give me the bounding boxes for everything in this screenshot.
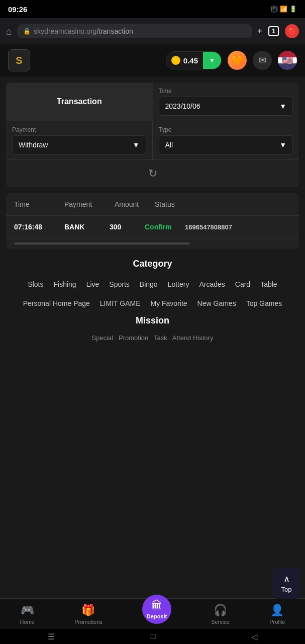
category-section: Category Slots Fishing Live Sports Bingo… <box>6 259 299 310</box>
category-bingo[interactable]: Bingo <box>140 277 158 291</box>
mission-task[interactable]: Task <box>154 334 167 342</box>
mission-history[interactable]: Attend History <box>172 334 214 342</box>
category-card[interactable]: Card <box>235 277 250 291</box>
vibrate-icon: 📳 <box>270 6 278 13</box>
transaction-label: Transaction <box>6 83 153 121</box>
category-table[interactable]: Table <box>260 277 277 291</box>
cell-amount: 300 <box>110 223 145 231</box>
app-header: S 0.45 ▼ 🧡 ✉ 🇺🇸 <box>0 44 305 76</box>
category-top[interactable]: Top Games <box>246 296 282 310</box>
flag-icon[interactable]: 🇺🇸 <box>278 51 297 70</box>
promotions-label: Promotions <box>74 619 103 625</box>
mission-title: Mission <box>6 315 299 326</box>
col-header-amount: Amount <box>115 200 155 208</box>
android-nav: ☰ □ ◁ <box>0 629 305 644</box>
logo[interactable]: S <box>8 49 30 71</box>
avatar[interactable]: 🧡 <box>228 51 247 70</box>
category-arcades[interactable]: Arcades <box>199 277 225 291</box>
category-favorite[interactable]: My Favorite <box>150 296 187 310</box>
payment-filter-col: Payment Withdraw ▼ <box>6 121 153 159</box>
status-icons: 📳 📶 🔋 <box>270 6 297 13</box>
android-home-btn[interactable]: □ <box>151 632 156 641</box>
android-back-btn[interactable]: ◁ <box>251 632 257 641</box>
col-header-status: Status <box>155 200 195 208</box>
category-title: Category <box>6 259 299 269</box>
table-header-row: Time Payment Amount Status <box>6 193 299 216</box>
category-live[interactable]: Live <box>86 277 99 291</box>
tab-count[interactable]: 1 <box>268 26 279 36</box>
balance-amount: 0.45 <box>183 56 198 65</box>
browser-menu-icon[interactable]: 🔴 <box>285 24 299 38</box>
type-dropdown[interactable]: All ▼ <box>159 135 293 154</box>
transaction-table: Time Payment Amount Status 07:16:48 BANK… <box>6 193 299 249</box>
time-field-label: Time <box>159 88 293 95</box>
main-content: Transaction Time 2023/10/06 ▼ Payment Wi… <box>0 83 305 397</box>
mail-icon[interactable]: ✉ <box>253 51 272 70</box>
android-menu-btn[interactable]: ☰ <box>48 632 55 641</box>
time-dropdown[interactable]: 2023/10/06 ▼ <box>159 97 293 116</box>
promotions-icon: 🎁 <box>81 604 95 617</box>
cell-id: 1696547808807 <box>185 223 245 231</box>
deposit-icon: 🏛 <box>151 599 162 612</box>
category-php[interactable]: Personal Home Page <box>23 296 90 310</box>
browser-bar: ⌂ 🔒 skydreamcasino.org/transaction + 1 🔴 <box>0 18 305 44</box>
browser-home-icon[interactable]: ⌂ <box>6 26 12 37</box>
home-label: Home <box>20 619 35 625</box>
mission-promotion[interactable]: Promotion <box>119 334 148 342</box>
type-dropdown-arrow: ▼ <box>279 141 286 149</box>
refresh-row[interactable]: ↻ <box>6 159 299 187</box>
browser-url-text: skydreamcasino.org/transaction <box>34 27 133 35</box>
type-label: Type <box>159 126 293 133</box>
payment-value: Withdraw <box>19 141 48 149</box>
nav-profile[interactable]: 👤 Profile <box>269 604 285 625</box>
type-filter-col: Type All ▼ <box>153 121 299 159</box>
nav-deposit[interactable]: 🏛 Deposit <box>142 595 171 624</box>
category-new[interactable]: New Games <box>197 296 236 310</box>
battery-icon: 🔋 <box>289 6 297 13</box>
balance-dropdown-arrow[interactable]: ▼ <box>203 51 221 69</box>
service-label: Service <box>211 619 230 625</box>
mission-section: Mission Special Promotion Task Attend Hi… <box>6 315 299 342</box>
nav-home[interactable]: 🎮 Home <box>20 604 35 625</box>
time-section: Time 2023/10/06 ▼ <box>153 83 299 121</box>
payment-label: Payment <box>12 126 146 133</box>
payment-dropdown[interactable]: Withdraw ▼ <box>12 135 146 154</box>
nav-promotions[interactable]: 🎁 Promotions <box>74 604 103 625</box>
status-bar: 09:26 📳 📶 🔋 <box>0 0 305 18</box>
category-links: Slots Fishing Live Sports Bingo Lottery … <box>6 277 299 310</box>
service-icon: 🎧 <box>214 604 227 617</box>
add-tab-button[interactable]: + <box>257 26 263 37</box>
nav-service[interactable]: 🎧 Service <box>211 604 230 625</box>
col-header-time: Time <box>14 200 64 208</box>
category-lottery[interactable]: Lottery <box>168 277 189 291</box>
col-header-payment: Payment <box>64 200 115 208</box>
top-arrow-icon: ∧ <box>283 574 290 585</box>
scrollbar-hint <box>14 243 190 245</box>
transaction-grid: Transaction Time 2023/10/06 ▼ <box>6 83 299 121</box>
balance-pill[interactable]: 0.45 ▼ <box>166 51 222 69</box>
header-right: 0.45 ▼ 🧡 ✉ 🇺🇸 <box>166 51 297 70</box>
table-row: 07:16:48 BANK 300 Confirm 1696547808807 <box>6 216 299 238</box>
lock-icon: 🔒 <box>23 28 31 35</box>
bottom-nav: 🎮 Home 🎁 Promotions 🏛 Deposit 🎧 Service … <box>0 598 305 629</box>
deposit-label: Deposit <box>147 613 167 619</box>
browser-url-bar[interactable]: 🔒 skydreamcasino.org/transaction <box>17 24 252 38</box>
payment-dropdown-arrow: ▼ <box>133 141 140 149</box>
coin-icon <box>171 56 180 65</box>
cell-time: 07:16:48 <box>14 223 64 231</box>
cell-status: Confirm <box>145 223 185 231</box>
filter-row: Payment Withdraw ▼ Type All ▼ <box>6 121 299 159</box>
cell-payment: BANK <box>64 223 110 231</box>
home-icon: 🎮 <box>21 604 34 617</box>
browser-actions: + 1 🔴 <box>257 24 299 38</box>
mission-special[interactable]: Special <box>92 334 114 342</box>
top-button[interactable]: ∧ Top <box>273 568 300 599</box>
category-fishing[interactable]: Fishing <box>54 277 76 291</box>
refresh-icon[interactable]: ↻ <box>148 167 157 180</box>
profile-label: Profile <box>269 619 285 625</box>
category-limit[interactable]: LIMIT GAME <box>100 296 141 310</box>
category-sports[interactable]: Sports <box>109 277 129 291</box>
time-value: 2023/10/06 <box>165 102 200 110</box>
mission-subtitle: Special Promotion Task Attend History <box>6 334 299 342</box>
category-slots[interactable]: Slots <box>28 277 43 291</box>
